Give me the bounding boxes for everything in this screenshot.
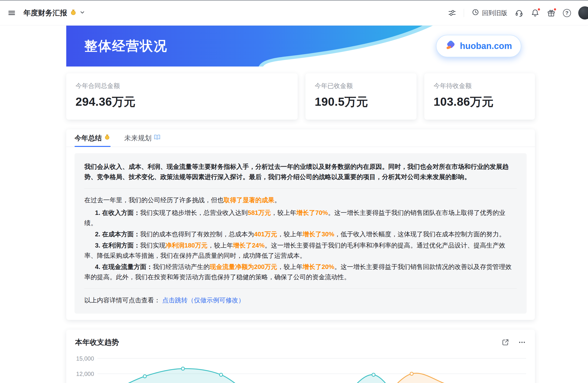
series-收入 (105, 367, 526, 383)
stat-value: 294.36万元 (76, 94, 288, 110)
chart-actions (501, 338, 526, 346)
summary-list: 1. 在收入方面：我们实现了稳步增长，总营业收入达到581万元，较上年增长了70… (84, 208, 517, 282)
page-title: 年度财务汇报 (23, 8, 67, 18)
stat-card-pending: 今年待收金额 103.86万元 (424, 73, 535, 120)
notification-badge (553, 8, 557, 11)
back-to-old-version-label: 回到旧版 (482, 9, 507, 17)
divider (84, 288, 517, 289)
tab-label: 今年总结 (75, 133, 102, 143)
topbar: 年度财务汇报 回到旧版 (0, 1, 588, 25)
stat-label: 今年合同总金额 (76, 82, 288, 90)
summary-list-item: 2. 在成本方面：我们的成本也得到了有效控制，总成本为401万元，较上年增长了3… (84, 229, 517, 239)
user-avatar[interactable] (578, 6, 588, 20)
trend-chart: 15,00012,0009,0006,0003,0000 (75, 352, 526, 383)
summary-intro: 我们会从收入、成本、利润、现金流量等主要财务指标入手，分析过去一年的业绩以及财务… (84, 162, 517, 182)
chevron-down-icon (79, 9, 85, 16)
banner: 整体经营状况 huoban.com (66, 26, 535, 66)
gift-box-icon[interactable] (547, 9, 556, 17)
trend-chart-card: 本年收支趋势 15,00012,0009,0006,0003,0000 (66, 330, 535, 383)
topbar-actions: 回到旧版 (448, 6, 580, 20)
headset-icon[interactable] (515, 9, 524, 17)
stat-card-received: 今年已收金额 190.5万元 (305, 73, 417, 120)
divider (84, 188, 517, 189)
summary-lead: 在过去一年里，我们的公司经历了许多挑战，但也取得了显著的成果。 (84, 195, 517, 205)
money-bag-icon (70, 9, 77, 17)
y-axis-label: 12,000 (76, 371, 94, 377)
tab-current-year-summary[interactable]: 今年总结 (75, 129, 111, 147)
summary-card: 今年总结 未来规划 我们会从收入、成本、利润 (66, 129, 535, 320)
open-book-icon (153, 133, 161, 143)
data-point[interactable] (219, 373, 223, 376)
summary-list-item: 1. 在收入方面：我们实现了稳步增长，总营业收入达到581万元，较上年增长了70… (84, 208, 517, 228)
chart-header: 本年收支趋势 (75, 337, 526, 348)
document-title[interactable]: 年度财务汇报 (23, 8, 85, 18)
summary-content: 我们会从收入、成本、利润、现金流量等主要财务指标入手，分析过去一年的业绩以及财务… (75, 153, 527, 314)
data-point[interactable] (182, 367, 185, 370)
summary-list-item: 3. 在利润方面：我们实现净利润180万元，较上年增长了24%。这一增长主要得益… (84, 240, 517, 261)
notification-badge (537, 8, 541, 11)
data-point[interactable] (410, 372, 413, 375)
summary-footer: 以上内容详情可点击查看：点击跳转（仅做示例可修改） (84, 295, 517, 305)
tab-future-plan[interactable]: 未来规划 (124, 129, 161, 147)
back-to-old-version-button[interactable]: 回到旧版 (471, 8, 507, 18)
stats-row: 今年合同总金额 294.36万元 今年已收金额 190.5万元 今年待收金额 1… (66, 73, 535, 120)
chart-body: 15,00012,0009,0006,0003,0000 (75, 352, 526, 383)
jump-link[interactable]: 点击跳转（仅做示例可修改） (162, 297, 245, 304)
huoban-logo: huoban.com (436, 35, 521, 57)
bell-icon[interactable] (531, 9, 540, 17)
summary-footer-text: 以上内容详情可点击查看： (84, 297, 160, 304)
stat-card-contract-total: 今年合同总金额 294.36万元 (66, 73, 298, 120)
summary-list-item: 4. 在现金流量方面：我们经营活动产生的现金流量净额为200万元，较上年增长了2… (84, 262, 517, 282)
stat-label: 今年待收金额 (434, 82, 526, 90)
display-settings-icon[interactable] (448, 9, 457, 17)
stat-label: 今年已收金额 (315, 82, 407, 90)
y-axis-label: 15,000 (76, 355, 94, 362)
banner-title: 整体经营状况 (84, 37, 168, 55)
series-area (107, 369, 526, 383)
summary-tabs: 今年总结 未来规划 (66, 129, 535, 147)
stat-value: 190.5万元 (315, 94, 407, 110)
history-icon (471, 8, 480, 18)
help-icon[interactable]: ? (563, 9, 571, 17)
huoban-logo-text: huoban.com (460, 41, 512, 51)
chart-title: 本年收支趋势 (75, 338, 119, 347)
data-point[interactable] (143, 375, 147, 378)
hamburger-menu-icon[interactable] (7, 9, 16, 17)
open-external-icon[interactable] (501, 338, 510, 346)
main-content: 整体经营状况 huoban.com 今年合同总金额 294.36万元 (66, 26, 535, 383)
money-bag-icon (104, 134, 111, 142)
huoban-logo-mark-icon (445, 40, 456, 52)
stat-value: 103.86万元 (434, 94, 526, 110)
data-point[interactable] (372, 373, 375, 376)
more-options-icon[interactable] (518, 338, 526, 346)
topbar-divider (464, 9, 464, 17)
tab-label: 未来规划 (124, 133, 151, 143)
